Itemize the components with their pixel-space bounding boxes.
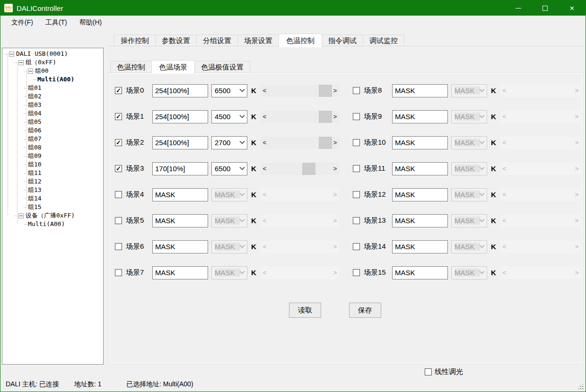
scene-cct-dropdown[interactable]: 6500 bbox=[211, 84, 247, 97]
scene-cct-scrollbar[interactable]: < > bbox=[261, 137, 339, 149]
scroll-left-icon[interactable]: < bbox=[261, 163, 269, 175]
resize-grip[interactable] bbox=[578, 384, 584, 390]
scroll-right-icon[interactable]: > bbox=[331, 163, 339, 175]
scene-cct-scrollbar[interactable]: < > bbox=[261, 163, 339, 175]
main-tab-4[interactable]: 色温控制 bbox=[279, 34, 322, 47]
scene-level-input[interactable] bbox=[392, 136, 448, 149]
scene-checkbox[interactable] bbox=[353, 165, 360, 172]
main-tab-5[interactable]: 指令调试 bbox=[322, 35, 363, 46]
maximize-button[interactable] bbox=[532, 0, 559, 16]
tree-node-组15[interactable]: 组15 bbox=[2, 203, 103, 211]
menu-help[interactable]: 帮助(H) bbox=[73, 17, 108, 29]
scene-checkbox[interactable] bbox=[353, 269, 360, 276]
minimize-button[interactable] bbox=[505, 0, 532, 16]
scene-level-input[interactable] bbox=[152, 214, 208, 227]
tree-node-组10[interactable]: 组10 bbox=[2, 160, 103, 169]
scene-cct-dropdown[interactable]: 6500 bbox=[211, 162, 247, 175]
sub-tab-2[interactable]: 色温极值设置 bbox=[194, 61, 250, 73]
scene-level-input[interactable] bbox=[152, 84, 208, 97]
scroll-left-icon[interactable]: < bbox=[261, 85, 269, 97]
menu-tools[interactable]: 工具(T) bbox=[39, 17, 73, 29]
scene-level-input[interactable] bbox=[392, 84, 448, 97]
tree-node-组05[interactable]: 组05 bbox=[2, 118, 103, 126]
tree-node-组06[interactable]: 组06 bbox=[2, 126, 103, 135]
scroll-left-icon[interactable]: < bbox=[261, 111, 269, 123]
tree-node-组08[interactable]: 组08 bbox=[2, 143, 103, 152]
scene-level-input[interactable] bbox=[152, 136, 208, 149]
tree-node-组03[interactable]: 组03 bbox=[2, 101, 103, 109]
tree-node-组09[interactable]: 组09 bbox=[2, 152, 103, 160]
tree-node-组02[interactable]: 组02 bbox=[2, 92, 103, 101]
main-tab-2[interactable]: 分组设置 bbox=[196, 35, 238, 46]
scene-checkbox[interactable] bbox=[353, 217, 360, 224]
tree-collapse-icon[interactable] bbox=[9, 52, 14, 57]
save-button[interactable]: 保存 bbox=[349, 303, 381, 318]
scene-checkbox[interactable] bbox=[115, 217, 122, 224]
scene-checkbox[interactable]: ✓ bbox=[115, 87, 122, 94]
tree-node-组00[interactable]: 组00 bbox=[2, 67, 103, 75]
tree-collapse-icon[interactable] bbox=[18, 213, 24, 218]
scene-checkbox[interactable] bbox=[353, 191, 360, 198]
minus-icon bbox=[10, 54, 13, 54]
scene-level-input[interactable] bbox=[152, 162, 208, 175]
tree-collapse-icon[interactable] bbox=[18, 60, 24, 65]
scrollbar-thumb[interactable] bbox=[319, 137, 332, 149]
scene-level-input[interactable] bbox=[392, 214, 448, 227]
tree-node-组04[interactable]: 组04 bbox=[2, 109, 103, 118]
tree-node-组（0xFF)[interactable]: 组（0xFF) bbox=[2, 58, 103, 67]
tree-node-Multi(A00)[interactable]: Multi(A00) bbox=[2, 220, 103, 228]
scene-cct-dropdown[interactable]: 4500 bbox=[211, 110, 247, 123]
tree-node-组14[interactable]: 组14 bbox=[2, 194, 103, 203]
sub-tab-1[interactable]: 色温场景 bbox=[151, 60, 195, 74]
scene-level-input[interactable] bbox=[152, 188, 208, 201]
tree-node-设备（广播0xFF)[interactable]: 设备（广播0xFF) bbox=[2, 211, 103, 220]
scene-level-input[interactable] bbox=[392, 188, 448, 201]
scroll-left-icon[interactable]: < bbox=[261, 137, 269, 149]
scene-level-input[interactable] bbox=[152, 110, 208, 123]
scroll-right-icon[interactable]: > bbox=[331, 85, 339, 97]
tree-node-组07[interactable]: 组07 bbox=[2, 135, 103, 143]
scene-cct-dropdown[interactable]: 2700 bbox=[211, 136, 247, 149]
main-tab-0[interactable]: 操作控制 bbox=[114, 35, 156, 46]
scroll-right-icon[interactable]: > bbox=[331, 137, 339, 149]
scene-level-input[interactable] bbox=[392, 240, 448, 253]
scrollbar-thumb[interactable] bbox=[302, 163, 315, 175]
scrollbar-thumb[interactable] bbox=[319, 111, 332, 123]
scene-level-input[interactable] bbox=[152, 240, 208, 253]
scene-checkbox[interactable]: ✓ bbox=[115, 165, 122, 172]
menu-file[interactable]: 文件(F) bbox=[5, 17, 39, 29]
scene-checkbox[interactable] bbox=[353, 87, 360, 94]
tree-node-Multi(A00)[interactable]: Multi(A00) bbox=[2, 75, 103, 84]
tree-node-组01[interactable]: 组01 bbox=[2, 84, 103, 92]
scene-level-input[interactable] bbox=[152, 266, 208, 279]
scene-checkbox[interactable]: ✓ bbox=[115, 139, 122, 146]
scene-level-input[interactable] bbox=[392, 266, 448, 279]
scene-cct-scrollbar[interactable]: < > bbox=[261, 111, 339, 123]
scene-checkbox[interactable] bbox=[353, 139, 360, 146]
close-button[interactable]: × bbox=[559, 0, 586, 16]
scene-cct-scrollbar[interactable]: < > bbox=[261, 85, 339, 97]
main-tab-3[interactable]: 场景设置 bbox=[237, 35, 279, 46]
linear-dimming-checkbox[interactable]: 线性调光 bbox=[425, 367, 463, 376]
scene-level-input[interactable] bbox=[392, 110, 448, 123]
tree-collapse-icon[interactable] bbox=[28, 69, 33, 74]
scene-checkbox[interactable] bbox=[353, 113, 360, 120]
scene-level-input[interactable] bbox=[392, 162, 448, 175]
tree-node-DALI USB(0001)[interactable]: DALI USB(0001) bbox=[2, 50, 103, 58]
scene-checkbox[interactable] bbox=[115, 269, 122, 276]
scene-checkbox[interactable] bbox=[353, 243, 360, 250]
scene-checkbox[interactable]: ✓ bbox=[115, 113, 122, 120]
scene-checkbox[interactable] bbox=[115, 243, 122, 250]
read-button[interactable]: 读取 bbox=[289, 303, 321, 318]
scene-cct-dropdown: MASK bbox=[451, 84, 487, 97]
main-tab-6[interactable]: 调试监控 bbox=[363, 35, 404, 46]
scrollbar-thumb[interactable] bbox=[319, 85, 332, 97]
scroll-right-icon: > bbox=[573, 85, 581, 97]
scene-checkbox[interactable] bbox=[115, 191, 122, 198]
main-tab-1[interactable]: 参数设置 bbox=[155, 35, 197, 46]
tree-node-组12[interactable]: 组12 bbox=[2, 177, 103, 186]
tree-node-组13[interactable]: 组13 bbox=[2, 186, 103, 194]
sub-tab-0[interactable]: 色温控制 bbox=[110, 61, 152, 73]
tree-node-组11[interactable]: 组11 bbox=[2, 169, 103, 177]
scroll-right-icon[interactable]: > bbox=[331, 111, 339, 123]
